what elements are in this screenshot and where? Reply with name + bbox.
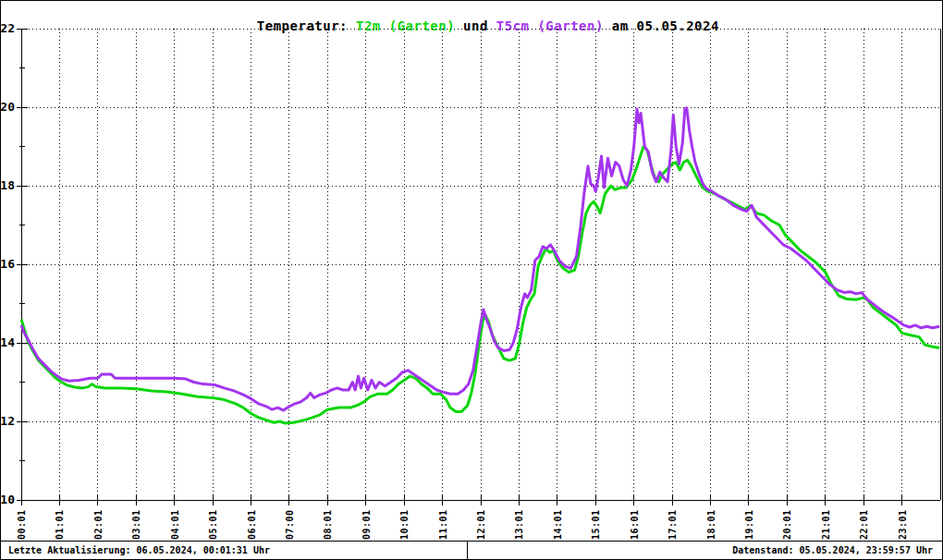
x-tick-label: 09:01 [361,509,372,540]
x-tick-label: 22:01 [859,509,869,540]
x-tick-label: 04:01 [170,509,180,540]
x-tick-label: 05:01 [208,509,218,540]
x-tick-label: 08:01 [323,509,333,540]
footer-bar: Letzte Aktualisierung: 06.05.2024, 00:01… [1,541,942,559]
x-tick-label: 17:01 [667,509,678,540]
x-tick-label: 15:01 [591,509,601,540]
x-tick-label: 03:01 [131,509,141,540]
x-tick-label: 01:01 [55,509,65,540]
temperature-plot: 2220181614121000:0101:0102:0103:0104:010… [1,1,942,542]
x-tick-label: 02:01 [93,509,104,540]
x-tick-label: 13:01 [514,509,524,540]
x-tick-label: 10:01 [399,509,410,540]
x-tick-label: 16:01 [630,509,640,540]
x-tick-label: 11:01 [438,509,448,540]
x-tick-label: 19:01 [744,509,754,540]
x-tick-label: 21:01 [821,509,831,540]
x-tick-label: 07:00 [285,509,295,540]
y-tick-label: 20 [1,100,15,114]
footer-last-update: Letzte Aktualisierung: 06.05.2024, 00:01… [1,542,468,559]
y-tick-label: 10 [1,493,15,506]
x-tick-label: 00:01 [17,509,27,540]
x-tick-label: 14:01 [553,509,563,540]
y-tick-label: 16 [1,257,15,271]
x-tick-label: 18:01 [706,509,716,540]
weather-chart-page: Temperatur: T2m (Garten) und T5cm (Garte… [0,0,943,560]
footer-data-timestamp: Datenstand: 05.05.2024, 23:59:57 Uhr [468,542,942,559]
y-tick-label: 18 [1,178,15,192]
x-tick-label: 06:01 [247,509,257,540]
y-tick-label: 14 [1,335,15,349]
x-tick-label: 20:01 [782,509,792,540]
y-tick-label: 22 [1,21,15,35]
y-tick-label: 12 [1,414,15,428]
x-tick-label: 12:01 [476,509,486,540]
x-tick-label: 23:01 [898,509,908,540]
